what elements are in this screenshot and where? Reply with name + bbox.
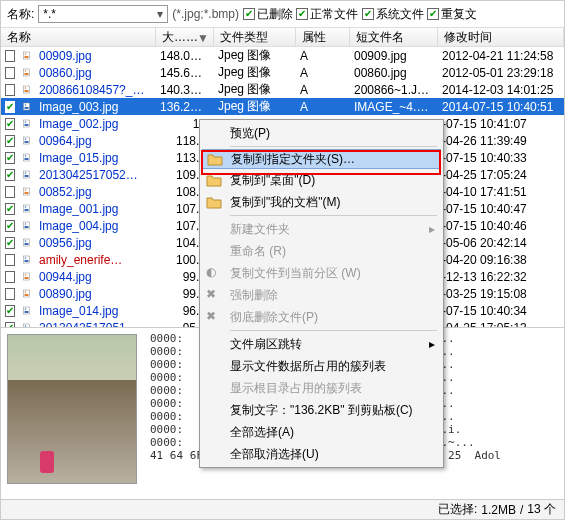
menu-separator (230, 146, 437, 147)
file-attr: A (296, 100, 350, 114)
row-checkbox[interactable] (5, 101, 15, 113)
checkbox-label: 重复文 (441, 6, 477, 23)
row-checkbox[interactable] (5, 169, 15, 181)
file-modtime: -07-15 10:40:46 (438, 219, 564, 233)
file-modtime: -12-13 16:22:32 (438, 270, 564, 284)
filter-check-2[interactable]: 系统文件 (362, 6, 424, 23)
file-modtime: -04-25 17:05:24 (438, 168, 564, 182)
status-selected-label: 已选择: (438, 501, 477, 518)
file-attr: A (296, 49, 350, 63)
row-checkbox[interactable] (5, 67, 15, 79)
svg-point-23 (25, 172, 27, 174)
table-row[interactable]: 00860.jpg145.6KBJpeg 图像A00860.jpg2012-05… (1, 64, 564, 81)
file-shortname: 00909.jpg (350, 49, 438, 63)
col-mod[interactable]: 修改时间 (438, 28, 564, 46)
menu-item-label: 复制文件到当前分区 (W) (230, 265, 361, 282)
menu-item-10: ✖彻底删除文件(P) (202, 306, 441, 328)
svg-rect-22 (25, 175, 29, 177)
status-sep: / (520, 503, 523, 517)
menu-item-label: 文件扇区跳转 (230, 336, 302, 353)
file-name: 2013042517052… (35, 168, 156, 182)
row-checkbox[interactable] (5, 135, 15, 147)
filter-extensions-hint: (*.jpg;*.bmp) (172, 7, 239, 21)
row-checkbox[interactable] (5, 186, 15, 198)
row-checkbox[interactable] (5, 50, 15, 62)
filter-check-1[interactable]: 正常文件 (296, 6, 358, 23)
row-checkbox[interactable] (5, 220, 15, 232)
menu-item-2[interactable]: 复制到指定文件夹(S)… (202, 149, 441, 169)
delete-icon: ✖ (206, 309, 222, 325)
row-checkbox[interactable] (5, 237, 15, 249)
svg-point-17 (25, 138, 27, 140)
menu-item-6: 新建文件夹▸ (202, 218, 441, 240)
file-modtime: -04-26 11:39:49 (438, 134, 564, 148)
row-checkbox[interactable] (5, 203, 15, 215)
menu-item-13[interactable]: 显示文件数据所占用的簇列表 (202, 355, 441, 377)
thumbnail-panel (1, 328, 146, 497)
file-name: 00964.jpg (35, 134, 156, 148)
col-type[interactable]: 文件类型 (214, 28, 296, 46)
col-name[interactable]: 名称 (1, 28, 156, 46)
file-size: 145.6KB (156, 66, 214, 80)
file-icon (19, 236, 35, 249)
file-icon (19, 83, 35, 96)
menu-item-label: 重命名 (R) (230, 243, 286, 260)
file-type: Jpeg 图像 (214, 64, 296, 81)
file-modtime: -04-10 17:41:51 (438, 185, 564, 199)
file-shortname: 200866~1.JPG (350, 83, 438, 97)
file-name: Image_001.jpg (35, 202, 156, 216)
row-checkbox[interactable] (5, 322, 15, 328)
file-shortname: 00860.jpg (350, 66, 438, 80)
svg-point-41 (25, 274, 27, 276)
col-size[interactable]: 大……▼ (156, 28, 214, 46)
menu-item-0[interactable]: 预览(P) (202, 122, 441, 144)
menu-separator (230, 215, 437, 216)
row-checkbox[interactable] (5, 254, 15, 266)
file-name: Image_014.jpg (35, 304, 156, 318)
file-icon (19, 253, 35, 266)
menu-item-12[interactable]: 文件扇区跳转▸ (202, 333, 441, 355)
row-checkbox[interactable] (5, 84, 15, 96)
menu-item-16[interactable]: 全部选择(A) (202, 421, 441, 443)
file-name: amily_enerife… (35, 253, 156, 267)
file-modtime: 2014-12-03 14:01:25 (438, 83, 564, 97)
file-icon (19, 185, 35, 198)
file-icon (19, 151, 35, 164)
table-row[interactable]: Image_003.jpg136.2KBJpeg 图像AIMAGE_~4.JPG… (1, 98, 564, 115)
table-row[interactable]: 00909.jpg148.0KBJpeg 图像A00909.jpg2012-04… (1, 47, 564, 64)
col-short[interactable]: 短文件名 (350, 28, 438, 46)
col-attr[interactable]: 属性 (296, 28, 350, 46)
file-modtime: 2012-05-01 23:29:18 (438, 66, 564, 80)
file-size: 136.2KB (156, 100, 214, 114)
context-menu[interactable]: 预览(P)复制到指定文件夹(S)…复制到"桌面"(D)复制到"我的文档"(M)新… (199, 119, 444, 468)
svg-point-35 (25, 240, 27, 242)
filter-check-3[interactable]: 重复文 (427, 6, 477, 23)
file-icon (19, 202, 35, 215)
checkbox-icon (296, 8, 308, 20)
table-row[interactable]: 200866108457?_…140.3KBJpeg 图像A200866~1.J… (1, 81, 564, 98)
menu-item-17[interactable]: 全部取消选择(U) (202, 443, 441, 465)
row-checkbox[interactable] (5, 118, 15, 130)
status-size: 1.2MB (481, 503, 516, 517)
filter-combobox[interactable]: *.* ▾ (38, 5, 168, 23)
menu-item-15[interactable]: 复制文字："136.2KB" 到剪贴板(C) (202, 399, 441, 421)
file-name: Image_015.jpg (35, 151, 156, 165)
file-icon (19, 287, 35, 300)
row-checkbox[interactable] (5, 288, 15, 300)
svg-rect-43 (25, 294, 29, 296)
menu-item-4[interactable]: 复制到"我的文档"(M) (202, 191, 441, 213)
file-icon (19, 270, 35, 283)
folder-icon (206, 194, 222, 210)
row-checkbox[interactable] (5, 271, 15, 283)
file-modtime: -07-15 10:40:33 (438, 151, 564, 165)
menu-item-label: 显示根目录占用的簇列表 (230, 380, 362, 397)
menu-item-3[interactable]: 复制到"桌面"(D) (202, 169, 441, 191)
file-type: Jpeg 图像 (214, 81, 296, 98)
svg-rect-34 (25, 243, 29, 245)
filter-check-0[interactable]: 已删除 (243, 6, 293, 23)
row-checkbox[interactable] (5, 152, 15, 164)
svg-point-11 (25, 104, 27, 106)
menu-item-label: 强制删除 (230, 287, 278, 304)
file-attr: A (296, 66, 350, 80)
row-checkbox[interactable] (5, 305, 15, 317)
